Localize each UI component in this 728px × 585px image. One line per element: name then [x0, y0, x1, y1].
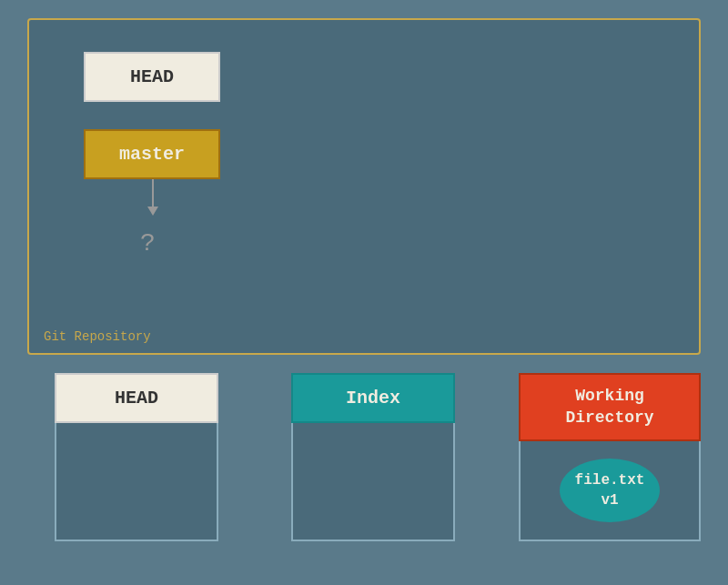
- master-label: master: [119, 144, 185, 165]
- head-bottom-container: HEAD: [46, 373, 228, 541]
- file-label: file.txtv1: [575, 470, 645, 511]
- working-dir-box: WorkingDirectory: [519, 373, 701, 441]
- head-bottom-panel: [55, 423, 218, 541]
- arrow-line: [152, 179, 154, 207]
- head-bottom-label: HEAD: [115, 388, 158, 408]
- master-arrow: [147, 179, 158, 216]
- index-container: Index: [282, 373, 464, 541]
- working-dir-container: WorkingDirectory file.txtv1: [519, 373, 701, 541]
- git-repository-box: HEAD master ? Git Repository: [27, 18, 701, 355]
- index-bottom-panel: [291, 423, 455, 541]
- question-mark: ?: [140, 229, 156, 257]
- head-box-repo: HEAD: [84, 52, 220, 102]
- arrow-head: [147, 207, 158, 216]
- index-box: Index: [291, 373, 455, 423]
- head-repo-label: HEAD: [130, 66, 174, 87]
- bottom-section: HEAD Index WorkingDirectory file.txtv1: [27, 373, 701, 541]
- head-bottom-box: HEAD: [55, 373, 218, 423]
- git-repo-label: Git Repository: [44, 329, 151, 344]
- working-dir-panel: file.txtv1: [519, 441, 701, 541]
- master-box: master: [84, 129, 220, 179]
- working-dir-label: WorkingDirectory: [565, 386, 653, 429]
- file-bubble: file.txtv1: [560, 459, 660, 522]
- index-label: Index: [346, 388, 400, 408]
